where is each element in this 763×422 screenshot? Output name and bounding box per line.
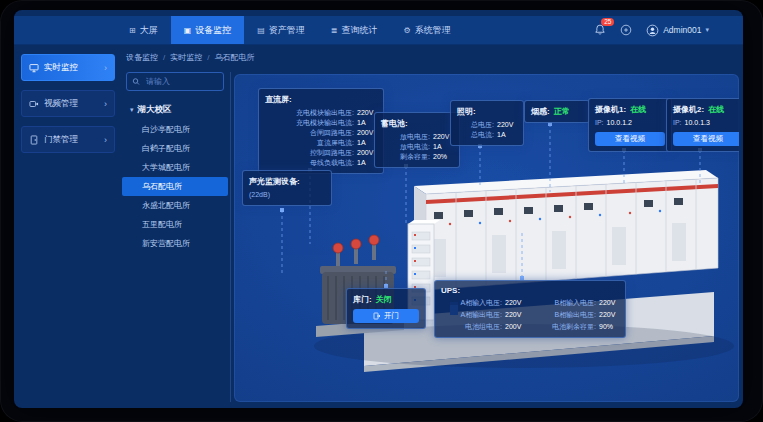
camera1-card: 摄像机1: 在线 IP: 10.0.1.2 查看视频: [588, 98, 672, 152]
nav-tab-system[interactable]: ⚙ 系统管理: [391, 16, 464, 44]
substation-view-panel: 直流屏: 充电模块输出电压:220V 充电模块输出电流:1A 合闸回路电压:20…: [234, 74, 739, 402]
fullscreen-icon: [620, 24, 632, 36]
video-icon: [29, 99, 39, 109]
sidebar-item-label: 视频管理: [44, 98, 78, 110]
chevron-down-icon: ▾: [705, 26, 709, 34]
tree-item[interactable]: 白沙亭配电所: [122, 120, 228, 139]
username: Admin001: [663, 25, 701, 35]
fullscreen-button[interactable]: [620, 24, 632, 36]
chevron-right-icon: ›: [104, 135, 107, 145]
tree-item[interactable]: 白鹤子配电所: [122, 139, 228, 158]
nav-tab-label: 查询统计: [342, 24, 378, 37]
camera-ip: 10.0.1.3: [685, 118, 710, 128]
device-frame: ⊞ 大屏 ▣ 设备监控 ▤ 资产管理 ≣ 查询统计 ⚙ 系统管理: [0, 0, 763, 422]
tree-root-label: 湖大校区: [138, 104, 172, 116]
user-menu[interactable]: Admin001 ▾: [646, 24, 709, 37]
card-title: 烟感:: [531, 106, 550, 117]
smoke-sensor-card: 烟感: 正常: [524, 100, 590, 123]
status-badge: 关闭: [376, 294, 392, 305]
tree-item[interactable]: 五里配电所: [122, 215, 228, 234]
tree-item[interactable]: 新安营配电所: [122, 234, 228, 253]
panel-divider: [230, 72, 231, 402]
sidebar-item-label: 门禁管理: [44, 134, 78, 146]
nav-tab-bigscreen[interactable]: ⊞ 大屏: [116, 16, 171, 44]
camera2-card: 摄像机2: 在线 IP: 10.0.1.3 查看视频: [666, 98, 739, 152]
bigscreen-icon: ⊞: [129, 26, 136, 35]
open-door-button[interactable]: 开门: [353, 309, 419, 323]
nav-tab-device-monitor[interactable]: ▣ 设备监控: [171, 16, 245, 44]
station-tree-panel: ▾ 湖大校区 白沙亭配电所 白鹤子配电所 大学城配电所 乌石配电所 永盛北配电所…: [122, 72, 228, 402]
card-title: UPS:: [441, 286, 619, 295]
status-badge: 正常: [554, 106, 570, 117]
nav-tab-label: 系统管理: [415, 24, 451, 37]
realtime-monitor-icon: [29, 63, 39, 73]
stats-icon: ≣: [331, 26, 338, 35]
breadcrumb: 设备监控 / 实时监控 / 乌石配电所: [126, 52, 254, 63]
breadcrumb-separator: /: [163, 53, 165, 62]
card-title: 库门:: [353, 294, 372, 305]
search-input[interactable]: [144, 76, 218, 87]
sidebar-item-video-management[interactable]: 视频管理 ›: [21, 90, 115, 117]
card-title: 照明:: [457, 106, 517, 117]
door-icon: [29, 135, 39, 145]
nav-tab-label: 设备监控: [195, 24, 231, 37]
card-title: 蓄电池:: [381, 118, 453, 129]
tree-item-selected[interactable]: 乌石配电所: [122, 177, 228, 196]
nav-tabs: ⊞ 大屏 ▣ 设备监控 ▤ 资产管理 ≣ 查询统计 ⚙ 系统管理: [116, 16, 464, 44]
top-navbar: ⊞ 大屏 ▣ 设备监控 ▤ 资产管理 ≣ 查询统计 ⚙ 系统管理: [14, 16, 743, 45]
sidebar-item-access-control[interactable]: 门禁管理 ›: [21, 126, 115, 153]
caret-down-icon: ▾: [130, 106, 134, 114]
tree-item[interactable]: 大学城配电所: [122, 158, 228, 177]
tree-root-node[interactable]: ▾ 湖大校区: [130, 104, 228, 116]
status-badge: 在线: [708, 104, 724, 115]
search-icon: [132, 77, 140, 86]
sound-monitor-card: 声光监测设备: (22dB): [242, 170, 332, 206]
nav-tab-label: 资产管理: [269, 24, 305, 37]
avatar-icon: [646, 24, 659, 37]
battery-card: 蓄电池: 放电电压:220V 放电电流:1A 剩余容量:20%: [374, 112, 460, 168]
gear-icon: ⚙: [404, 26, 411, 35]
ups-card: UPS: A相输入电压:220V B相输入电压:220V A相输出电压:220V…: [434, 280, 626, 338]
camera-ip: 10.0.1.2: [607, 118, 632, 128]
app-window: ⊞ 大屏 ▣ 设备监控 ▤ 资产管理 ≣ 查询统计 ⚙ 系统管理: [14, 10, 743, 408]
nav-tab-assets[interactable]: ▤ 资产管理: [244, 16, 318, 44]
tree-item[interactable]: 永盛北配电所: [122, 196, 228, 215]
breadcrumb-separator: /: [207, 53, 209, 62]
breadcrumb-part[interactable]: 设备监控: [126, 52, 158, 63]
monitor-icon: ▣: [184, 26, 192, 35]
navbar-right: 25 Admin001 ▾: [594, 24, 709, 37]
chevron-right-icon: ›: [104, 99, 107, 109]
nav-tab-statistics[interactable]: ≣ 查询统计: [318, 16, 391, 44]
notifications-button[interactable]: 25: [594, 24, 606, 36]
tree-search: [126, 72, 224, 91]
lighting-card: 照明: 总电压:220V 总电流:1A: [450, 100, 524, 146]
breadcrumb-part[interactable]: 实时监控: [170, 52, 202, 63]
chevron-right-icon: ›: [104, 63, 107, 73]
card-title: 声光监测设备:: [249, 176, 325, 187]
card-title: 直流屏:: [265, 94, 377, 105]
sidebar-item-label: 实时监控: [44, 62, 78, 74]
notification-badge: 25: [601, 18, 614, 26]
door-card: 库门: 关闭 开门: [346, 288, 426, 329]
card-title: 摄像机2:: [673, 104, 704, 115]
view-video-button[interactable]: 查看视频: [595, 132, 665, 146]
card-title: 摄像机1:: [595, 104, 626, 115]
breadcrumb-part: 乌石配电所: [214, 52, 254, 63]
nav-tab-label: 大屏: [140, 24, 158, 37]
dc-panel-card: 直流屏: 充电模块输出电压:220V 充电模块输出电流:1A 合闸回路电压:20…: [258, 88, 384, 174]
view-video-button[interactable]: 查看视频: [673, 132, 739, 146]
left-sidebar: 实时监控 › 视频管理 › 门禁管理 ›: [18, 54, 118, 162]
asset-icon: ▤: [257, 26, 265, 35]
open-door-icon: [373, 312, 381, 320]
sidebar-item-realtime-monitor[interactable]: 实时监控 ›: [21, 54, 115, 81]
status-badge: 在线: [630, 104, 646, 115]
